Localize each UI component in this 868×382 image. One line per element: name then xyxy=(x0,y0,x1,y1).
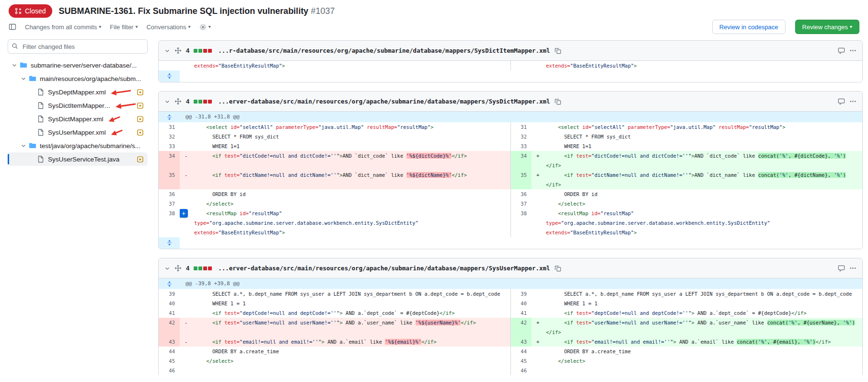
code-text: WHERE 1 = 1 xyxy=(546,299,859,308)
line-number[interactable]: 31 xyxy=(159,122,180,132)
line-number[interactable]: 39 xyxy=(159,289,180,299)
drag-handle-icon[interactable] xyxy=(174,98,182,105)
line-number[interactable]: 41 xyxy=(510,308,532,318)
expand-diff-button[interactable] xyxy=(159,237,180,249)
line-number[interactable]: 33 xyxy=(510,141,532,151)
review-in-codespace-button[interactable]: Review in codespace xyxy=(712,20,786,34)
code-line: </select> xyxy=(532,356,862,366)
tree-folder-main-resources-org-apache-subm[interactable]: main/resources/org/apache/subm... xyxy=(8,72,148,85)
modified-file-marker-icon xyxy=(137,89,144,96)
line-number[interactable]: 34 xyxy=(159,151,180,170)
drag-handle-icon[interactable] xyxy=(174,265,182,272)
diff-row-40: 40 WHERE 1 = 140 WHERE 1 = 1 xyxy=(159,299,862,308)
commits-dropdown[interactable]: Changes from all commits ▾ xyxy=(25,23,101,31)
tree-file-sysdictmapper-xml[interactable]: SysDictMapper.xml xyxy=(8,112,148,126)
file-filter-dropdown[interactable]: File filter ▾ xyxy=(110,23,138,31)
line-number[interactable]: 35 xyxy=(510,170,532,189)
hunk-row: @@ -31,8 +31,8 @@ xyxy=(159,112,862,122)
line-number[interactable]: 42 xyxy=(510,318,532,337)
collapse-file-icon[interactable] xyxy=(164,99,170,104)
conversations-dropdown[interactable]: Conversations ▾ xyxy=(146,23,190,31)
diff-row-45: 45 </select>45 </select> xyxy=(159,356,862,366)
copy-path-button[interactable] xyxy=(555,265,561,272)
expand-diff-button[interactable] xyxy=(159,70,180,82)
copy-path-button[interactable] xyxy=(555,98,561,105)
line-number[interactable] xyxy=(510,61,532,70)
file-options-button[interactable] xyxy=(849,47,856,54)
line-number[interactable]: 43 xyxy=(159,337,180,347)
file-path-link[interactable]: ...erver-database/src/main/resources/org… xyxy=(218,265,550,272)
code-line: WHERE 1 = 1 xyxy=(180,299,510,308)
caret-down-icon: ▾ xyxy=(188,24,191,29)
line-number[interactable]: 32 xyxy=(510,132,532,141)
line-number[interactable]: 44 xyxy=(159,347,180,356)
line-number[interactable]: 46 xyxy=(510,366,532,375)
sidebar-toggle-button[interactable] xyxy=(9,23,16,31)
collapse-file-icon[interactable] xyxy=(164,266,170,271)
line-number[interactable]: 38 xyxy=(159,208,180,237)
file-comment-button[interactable] xyxy=(838,98,845,105)
code-text xyxy=(194,161,508,170)
line-number[interactable]: 40 xyxy=(159,299,180,308)
line-number[interactable]: 46 xyxy=(159,366,180,375)
line-number[interactable]: 45 xyxy=(159,356,180,366)
tree-folder-submarine-server-server-database[interactable]: submarine-server/server-database/... xyxy=(8,58,148,72)
caret-down-icon: ▾ xyxy=(99,24,101,29)
collapse-file-icon[interactable] xyxy=(164,48,170,54)
file-options-button[interactable] xyxy=(849,98,856,105)
tree-file-sysuserservicetest-java[interactable]: SysUserServiceTest.java xyxy=(8,152,148,166)
tree-file-sysusermapper-xml[interactable]: SysUserMapper.xml xyxy=(8,126,148,139)
code-line: SELECT * FROM sys_dict xyxy=(180,132,510,141)
line-number[interactable]: 36 xyxy=(510,189,532,199)
code-text: ORDER BY a.create_time xyxy=(546,347,859,356)
line-number[interactable]: 37 xyxy=(510,199,532,208)
file-filter-input[interactable] xyxy=(8,39,148,54)
line-number[interactable]: 36 xyxy=(159,189,180,199)
file-path-link[interactable]: ...r-database/src/main/resources/org/apa… xyxy=(218,47,550,54)
line-number[interactable]: 41 xyxy=(159,308,180,318)
line-number[interactable]: 35 xyxy=(159,170,180,189)
diff-row-39: 39 SELECT a.*, b.dept_name FROM sys_user… xyxy=(159,289,862,299)
line-number[interactable]: 39 xyxy=(510,289,532,299)
file-comment-button[interactable] xyxy=(838,47,845,54)
line-number[interactable]: 45 xyxy=(510,356,532,366)
tree-folder-test-java-org-apache-submarine-s[interactable]: test/java/org/apache/submarine/s... xyxy=(8,139,148,152)
add-comment-button[interactable]: + xyxy=(180,209,188,218)
code-text: </if> xyxy=(546,161,859,170)
folder-icon xyxy=(29,142,36,150)
line-number[interactable]: 34 xyxy=(510,151,532,170)
review-changes-button[interactable]: Review changes ▾ xyxy=(795,20,859,34)
code-text: type="org.apache.submarine.server.databa… xyxy=(546,218,859,228)
line-number[interactable]: 44 xyxy=(510,347,532,356)
line-number[interactable]: 33 xyxy=(159,141,180,151)
line-number[interactable]: 40 xyxy=(510,299,532,308)
tree-file-sysdeptmapper-xml[interactable]: SysDeptMapper.xml xyxy=(8,85,148,99)
code-line: - <if test="dictName!=null and dictName!… xyxy=(180,170,510,189)
drag-handle-icon[interactable] xyxy=(174,47,182,54)
line-number[interactable]: 38 xyxy=(510,208,532,237)
file-path-link[interactable]: ...erver-database/src/main/resources/org… xyxy=(218,98,550,105)
file-options-button[interactable] xyxy=(849,265,856,272)
expand-hunk-button[interactable] xyxy=(159,112,180,122)
code-text: <if test="email!=null and email!=''"> AN… xyxy=(194,337,508,347)
expand-hunk-button[interactable] xyxy=(159,278,180,289)
unfold-icon xyxy=(166,240,173,246)
file-comment-button[interactable] xyxy=(838,265,845,272)
hunk-row: @@ -39,8 +39,8 @@ xyxy=(159,278,862,289)
caret-down-icon: ▾ xyxy=(850,24,852,29)
line-number[interactable] xyxy=(159,61,180,70)
changes-count: 4 xyxy=(186,98,189,105)
page-content: submarine-server/server-database/...main… xyxy=(0,36,868,375)
line-number[interactable]: 37 xyxy=(159,199,180,208)
line-number[interactable]: 32 xyxy=(159,132,180,141)
copy-path-button[interactable] xyxy=(555,47,561,54)
line-number[interactable]: 31 xyxy=(510,122,532,132)
tree-file-sysdictitemmapper-xml[interactable]: SysDictItemMapper.xml xyxy=(8,99,148,112)
red-annotation-arrow-icon xyxy=(109,127,124,138)
diffstat-square xyxy=(203,266,207,270)
diffstat xyxy=(194,266,212,270)
line-number[interactable]: 42 xyxy=(159,318,180,337)
diff-settings-dropdown[interactable]: ▾ xyxy=(199,23,211,31)
diffstat-square xyxy=(208,266,212,270)
line-number[interactable]: 43 xyxy=(510,337,532,347)
